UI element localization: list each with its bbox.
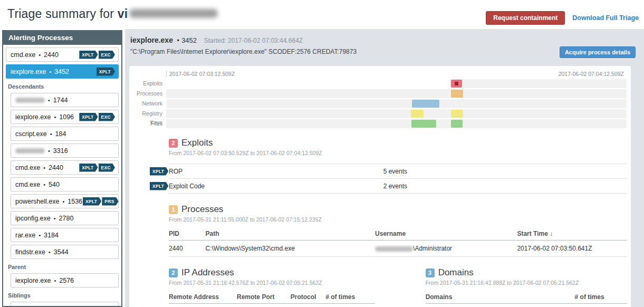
timeline-event-bar[interactable]: [451, 80, 462, 88]
dot-separator: •: [177, 36, 180, 44]
process-item-name: iexplore.exe: [15, 113, 51, 121]
alert-badge-xplt: XPLT: [79, 113, 98, 121]
table-header-row: Remote AddressRemote PortProtocol# of ti…: [169, 291, 375, 304]
process-pid: 3452: [181, 36, 197, 44]
dot-separator: •: [62, 198, 64, 205]
exploit-type-label: ROP: [169, 168, 182, 175]
request-containment-button[interactable]: Request containment: [486, 11, 565, 25]
sidebar-process-item[interactable]: findstr.exe•3544: [11, 245, 119, 259]
timeline-event-bar[interactable]: [451, 90, 463, 98]
sidebar-process-item[interactable]: •1744: [11, 93, 119, 107]
dot-separator: •: [48, 97, 50, 103]
download-full-triage-link[interactable]: Download Full Triage: [572, 14, 639, 22]
timeline-strip: [166, 89, 627, 98]
sidebar-title: Alerting Processes: [3, 31, 121, 45]
process-item-name: findstr.exe: [15, 248, 45, 256]
process-list: cmd.exe•2440XPLTEXCiexplore.exe•3452XPLT…: [3, 45, 121, 307]
process-item-pid: 2440: [44, 51, 59, 59]
process-item-name: cscript.exe: [15, 130, 47, 138]
sidebar-process-item[interactable]: iexplore.exe•1096XPLTEXC: [11, 110, 119, 124]
timeline-event-bar[interactable]: [451, 120, 463, 128]
column-header[interactable]: Protocol: [291, 291, 325, 304]
dot-separator: •: [49, 249, 51, 255]
sidebar-process-item[interactable]: cmd.exe•540: [11, 177, 119, 191]
column-header[interactable]: # of times: [325, 291, 375, 304]
timeline-event-bar[interactable]: [451, 110, 463, 118]
ip-addresses-table: Remote AddressRemote PortProtocol# of ti…: [169, 291, 375, 307]
acquire-process-details-button[interactable]: Acquire process details: [560, 46, 636, 58]
sidebar-process-item[interactable]: iexplore.exe•3452XPLT: [6, 64, 119, 79]
sidebar-process-item[interactable]: cmd.exe•2440XPLTEXC: [6, 47, 119, 62]
column-header[interactable]: PID: [169, 228, 206, 241]
exploit-event-count: 5 events: [383, 168, 407, 175]
processes-table: PIDPathUsernameStart Time ↓2440C:\Window…: [169, 228, 627, 257]
alert-badge-xplt: XPLT: [150, 182, 168, 190]
process-username: \Administrator: [375, 241, 517, 257]
exploits-count-badge: 2: [169, 139, 178, 148]
sidebar-process-item[interactable]: iexplore.exe•2576: [11, 273, 119, 287]
sidebar-process-item[interactable]: rar.exe•3184: [11, 228, 119, 242]
timeline-strip: [166, 119, 627, 128]
timeline-event-bar[interactable]: [411, 110, 424, 118]
times-count: 1: [325, 304, 375, 307]
dot-separator: •: [43, 181, 45, 188]
timeline-row: Exploits: [129, 79, 627, 88]
column-header[interactable]: Remote Address: [169, 291, 237, 304]
timeline-row-label: Files: [129, 119, 166, 128]
remote-address: [169, 304, 237, 307]
alert-badge-xplt: XPLT: [83, 197, 101, 206]
process-item-name: cmd.exe: [15, 164, 40, 171]
alert-badges: XPLTEXC: [79, 113, 115, 121]
sidebar-process-item[interactable]: powershell.exe•1536XPLTPRS: [11, 194, 119, 208]
sidebar-process-item[interactable]: ipconfig.exe•2780: [11, 211, 119, 225]
process-started-time: Started: 2017-06-02 07:03:44.664Z: [204, 37, 303, 44]
exploit-event-row: XPLTExploit Code2 events: [169, 179, 627, 194]
exploits-time-range: From 2017-06-02 07:03:50.529Z to 2017-06…: [169, 150, 627, 156]
alert-badges: XPLTEXC: [79, 164, 115, 172]
process-path: C:\Windows\System32\cmd.exe: [206, 241, 376, 257]
process-item-name: cmd.exe: [11, 51, 35, 59]
ip-time-range: From 2017-05-31 21:16:42.576Z to 2017-06…: [169, 280, 375, 286]
column-header[interactable]: Path: [206, 228, 376, 241]
sidebar-process-item[interactable]: cmd.exe•2440XPLTEXC: [11, 160, 119, 175]
alert-badge-prs: PRS: [102, 197, 118, 206]
process-start-time: 2017-06-02 07:03:50.641Z: [517, 241, 627, 257]
column-header[interactable]: Domains: [426, 291, 575, 304]
sidebar-process-item[interactable]: cscript.exe•184: [11, 127, 119, 141]
processes-time-range: From 2017-05-31 21:11:55.000Z to 2017-06…: [169, 216, 627, 223]
alert-badge-exc: EXC: [99, 51, 115, 59]
sidebar-section-label: Parent: [6, 262, 119, 273]
process-item-pid: 1744: [53, 97, 68, 104]
processes-section: 1 Processes From 2017-05-31 21:11:55.000…: [169, 204, 627, 257]
page-title-prefix: Triage summary for: [7, 7, 118, 21]
ip-addresses-section: 2 IP Addresses From 2017-05-31 21:16:42.…: [169, 267, 375, 307]
timeline-start-timestamp: 2017-06-02 07:03:12.509Z: [169, 71, 235, 77]
column-header[interactable]: Remote Port: [237, 291, 291, 304]
process-header: iexplore.exe •3452 Started: 2017-06-02 0…: [125, 29, 644, 55]
alert-badge-exc: EXC: [99, 164, 115, 172]
timeline-strip: [166, 79, 627, 88]
timeline-row: Registry Keys: [129, 109, 627, 118]
page-title-hostname-visible: vi: [118, 7, 128, 21]
process-item-name: cmd.exe: [15, 181, 40, 188]
sidebar-process-item[interactable]: •3316: [11, 143, 119, 158]
sidebar-section-label: Siblings: [6, 290, 119, 302]
exploit-event-rows: XPLTROP5 eventsXPLTExploit Code2 events: [169, 164, 627, 194]
column-header[interactable]: Start Time ↓: [517, 228, 627, 241]
process-pid-link[interactable]: 2440: [169, 241, 206, 257]
dot-separator: •: [54, 114, 56, 120]
process-item-pid: 2440: [49, 164, 63, 171]
process-item-pid: 1536: [68, 198, 82, 205]
process-item-pid: 184: [55, 130, 66, 138]
timeline-end-timestamp: 2017-06-02 07:04:12.509Z: [559, 71, 624, 77]
page-title: Triage summary for vi: [7, 7, 218, 21]
redacted-hostname: [129, 9, 218, 18]
timeline-event-bar[interactable]: [411, 120, 436, 128]
process-item-name: rundll32.exe: [15, 305, 51, 307]
column-header[interactable]: # of times: [575, 291, 627, 304]
sidebar-process-item[interactable]: rundll32.exe•2100: [11, 302, 119, 307]
column-header[interactable]: Username: [375, 228, 517, 241]
timeline-row: Processes: [129, 89, 627, 98]
process-item-pid: 3544: [54, 248, 69, 256]
timeline-event-bar[interactable]: [412, 100, 439, 108]
